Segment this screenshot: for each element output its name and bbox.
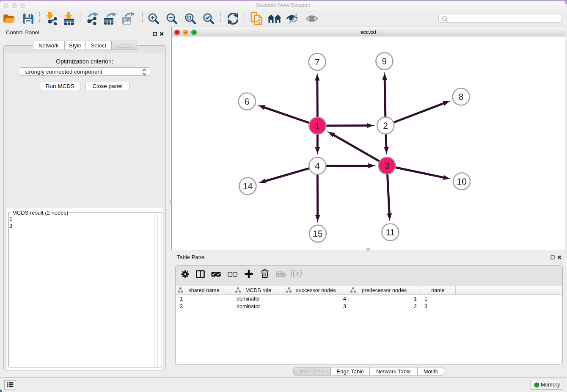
- svg-text:3: 3: [385, 161, 390, 171]
- svg-text:4: 4: [315, 161, 320, 171]
- svg-text:6: 6: [245, 97, 250, 107]
- svg-text:8: 8: [459, 92, 464, 102]
- svg-text:10: 10: [457, 177, 467, 187]
- svg-text:11: 11: [385, 228, 395, 237]
- svg-text:1: 1: [315, 121, 320, 131]
- svg-text:7: 7: [315, 58, 320, 67]
- svg-text:2: 2: [383, 121, 388, 131]
- svg-text:14: 14: [243, 182, 253, 191]
- svg-text:9: 9: [382, 57, 387, 66]
- svg-text:15: 15: [313, 229, 322, 239]
